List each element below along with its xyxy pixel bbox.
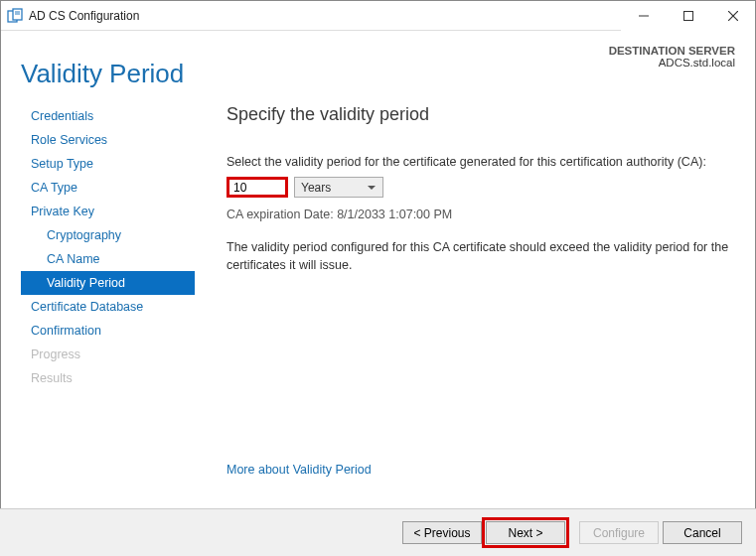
page-title: Validity Period: [21, 39, 184, 89]
sidebar-item-validity-period[interactable]: Validity Period: [21, 271, 195, 295]
sidebar-item-cryptography[interactable]: Cryptography: [21, 223, 195, 247]
destination-name: ADCS.std.local: [609, 57, 735, 69]
sidebar-item-progress: Progress: [21, 343, 195, 366]
content-heading: Specify the validity period: [227, 104, 735, 125]
svg-rect-5: [683, 11, 692, 20]
sidebar-item-credentials[interactable]: Credentials: [21, 104, 195, 128]
window-title: AD CS Configuration: [29, 9, 139, 23]
validity-value-input[interactable]: [227, 177, 288, 198]
minimize-button[interactable]: [621, 1, 666, 31]
close-button[interactable]: [710, 1, 755, 31]
titlebar-left: AD CS Configuration: [7, 8, 139, 24]
more-about-link[interactable]: More about Validity Period: [227, 463, 372, 477]
validity-unit-label: Years: [301, 181, 331, 195]
validity-unit-select[interactable]: Years: [294, 177, 383, 198]
sidebar: Credentials Role Services Setup Type CA …: [21, 104, 195, 496]
button-bar: < Previous Next > Configure Cancel: [0, 508, 756, 556]
next-button[interactable]: Next >: [486, 521, 565, 544]
sidebar-item-role-services[interactable]: Role Services: [21, 128, 195, 152]
sidebar-item-setup-type[interactable]: Setup Type: [21, 152, 195, 176]
maximize-button[interactable]: [666, 1, 710, 31]
expiration-text: CA expiration Date: 8/1/2033 1:07:00 PM: [227, 208, 735, 221]
sidebar-item-results: Results: [21, 366, 195, 390]
titlebar: AD CS Configuration: [1, 1, 755, 31]
sidebar-item-ca-name[interactable]: CA Name: [21, 247, 195, 271]
cancel-button[interactable]: Cancel: [663, 521, 742, 544]
sidebar-item-certificate-database[interactable]: Certificate Database: [21, 295, 195, 319]
main: Credentials Role Services Setup Type CA …: [1, 89, 755, 496]
app-icon: [7, 8, 23, 24]
instruction-text: Select the validity period for the certi…: [227, 155, 735, 169]
destination-label: DESTINATION SERVER: [609, 45, 735, 57]
content: Specify the validity period Select the v…: [195, 104, 735, 496]
description-text: The validity period configured for this …: [227, 239, 735, 274]
header: Validity Period DESTINATION SERVER ADCS.…: [1, 31, 755, 89]
previous-button[interactable]: < Previous: [402, 521, 482, 544]
validity-input-row: Years: [227, 177, 735, 198]
destination-block: DESTINATION SERVER ADCS.std.local: [609, 39, 735, 69]
configure-button: Configure: [579, 521, 659, 544]
sidebar-item-ca-type[interactable]: CA Type: [21, 176, 195, 200]
sidebar-item-private-key[interactable]: Private Key: [21, 200, 195, 223]
sidebar-item-confirmation[interactable]: Confirmation: [21, 319, 195, 343]
window-controls: [621, 1, 755, 31]
